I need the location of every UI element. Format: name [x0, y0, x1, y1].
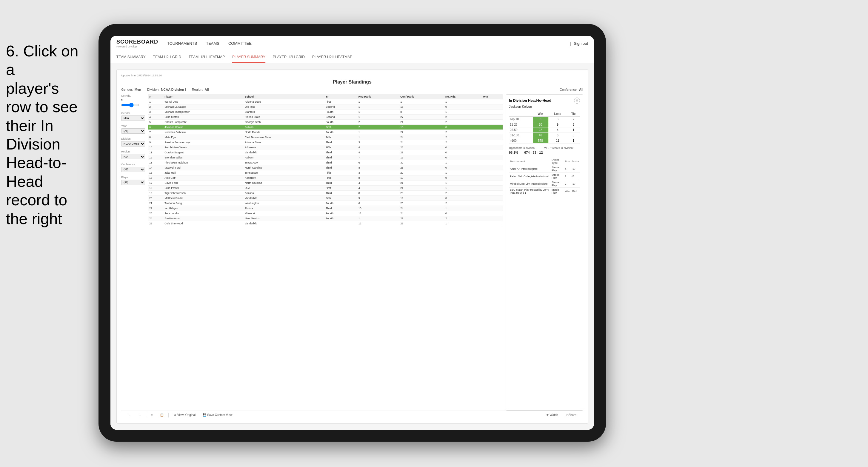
- cell-num: 2: [148, 104, 163, 110]
- table-row[interactable]: 7 Nicholas Gabriele North Florida Fourth…: [148, 130, 503, 135]
- h2h-col-tie: Tie: [567, 111, 580, 117]
- tournament-row: SEC Match Play Hosted by Jerry Pata Roun…: [509, 188, 580, 195]
- cell-reg: 1: [357, 130, 399, 135]
- cell-num: 4: [148, 115, 163, 120]
- cell-num: 10: [148, 145, 163, 150]
- cell-num: 12: [148, 155, 163, 160]
- sign-out-link[interactable]: Sign out: [574, 40, 588, 47]
- cell-conf: 24: [399, 140, 444, 145]
- dashboard-card: Update time: 27/03/2024 16:56:26 Player …: [116, 69, 588, 424]
- tab-player-summary[interactable]: PLAYER SUMMARY: [232, 52, 266, 63]
- tab-team-h2h-heatmap[interactable]: TEAM H2H HEATMAP: [189, 52, 225, 63]
- col-win: Win: [482, 94, 503, 99]
- cell-conf: 25: [399, 145, 444, 150]
- sidebar-conference-select[interactable]: (All): [121, 167, 145, 172]
- table-row[interactable]: 18 Luke Powell ULA First 4 24 1: [148, 186, 503, 191]
- cell-num: 17: [148, 181, 163, 186]
- table-row[interactable]: 20 Matthew Riedel Vanderbilt Fifth 9 19 …: [148, 196, 503, 201]
- save-custom-view-button[interactable]: 💾 Save Custom View: [200, 412, 235, 417]
- logo-scoreboard: SCOREBOARD: [116, 39, 158, 45]
- tab-team-h2h-grid[interactable]: TEAM H2H GRID: [153, 52, 181, 63]
- logo-powered: Powered by clippi: [116, 45, 158, 48]
- paste-button[interactable]: 📋: [158, 412, 166, 417]
- cell-yr: Fourth: [324, 211, 357, 216]
- table-row[interactable]: 12 Brendan Valles Auburn Third 7 17 0: [148, 155, 503, 160]
- table-row[interactable]: 6 Jackson Koivun Auburn First 2 15 0: [148, 125, 503, 130]
- table-row[interactable]: 23 Jack Lundin Missouri Fourth 11 24 0: [148, 211, 503, 216]
- cell-player: Tiger Christensen: [163, 191, 244, 196]
- cell-yr: Third: [324, 160, 357, 165]
- cell-school: Tennessee: [244, 170, 324, 176]
- cell-num: 9: [148, 140, 163, 145]
- cell-win: [482, 145, 503, 150]
- nav-committee[interactable]: COMMITTEE: [228, 40, 252, 47]
- table-row[interactable]: 2 Michael La Sasso Ole Miss Second 1 18 …: [148, 104, 503, 110]
- h2h-row-label: 51-100: [509, 133, 533, 138]
- rounds-slider[interactable]: [121, 103, 139, 107]
- view-original-button[interactable]: 🖥 View: Original: [171, 412, 198, 417]
- sidebar-year-select[interactable]: (All): [121, 128, 145, 134]
- cell-win: [482, 160, 503, 165]
- nav-teams[interactable]: TEAMS: [206, 40, 219, 47]
- table-row[interactable]: 25 Cole Sherwood Vanderbilt 12 23 1: [148, 221, 503, 226]
- tab-player-h2h-grid[interactable]: PLAYER H2H GRID: [273, 52, 305, 63]
- sidebar-division-select[interactable]: NCAA Division I: [121, 141, 145, 147]
- watch-button[interactable]: 👁 Watch: [544, 412, 561, 417]
- cell-school: North Carolina: [244, 181, 324, 186]
- cell-yr: Third: [324, 181, 357, 186]
- table-row[interactable]: 3 Michael Thorbjornsen Stanford Fourth 1…: [148, 110, 503, 115]
- undo-button[interactable]: ←: [126, 412, 133, 417]
- cell-yr: Fifth: [324, 170, 357, 176]
- cell-reg: 1: [357, 99, 399, 104]
- col-no-rds: No. Rds.: [444, 94, 482, 99]
- table-row[interactable]: 5 Christo Lamprecht Georgia Tech Fourth …: [148, 120, 503, 125]
- table-row[interactable]: 10 Jacob Mau Olesen Arkansas Fifth 4 25 …: [148, 145, 503, 150]
- cell-school: ULA: [244, 186, 324, 191]
- content-body: No Rds. 6 Gender Men Year: [121, 94, 583, 411]
- table-row[interactable]: 14 Maxwell Ford North Carolina Third 8 2…: [148, 165, 503, 170]
- sidebar-player-select[interactable]: (All): [121, 180, 145, 185]
- tourn-score: -17: [571, 180, 580, 188]
- cell-conf: 23: [399, 191, 444, 196]
- h2h-row-tie: 2: [567, 117, 580, 122]
- table-row[interactable]: 15 Jake Hall Tennessee Fifth 3 29 1: [148, 170, 503, 176]
- tournament-row: Amer Ari Intercollegiate Stroke Play 4 -…: [509, 165, 580, 173]
- table-row[interactable]: 1 Wenyi Ding Arizona State First 1 1 1: [148, 99, 503, 104]
- cell-num: 3: [148, 110, 163, 115]
- update-time-value: 27/03/2024 16:56:26: [137, 74, 162, 77]
- cell-yr: Third: [324, 191, 357, 196]
- cell-num: 11: [148, 150, 163, 155]
- h2h-title: In Division Head-to-Head ×: [509, 98, 580, 103]
- table-row[interactable]: 17 David Ford North Carolina Third 4 21 …: [148, 181, 503, 186]
- table-row[interactable]: 22 Ian Gilligan Florida Third 10 24 1: [148, 206, 503, 211]
- table-row[interactable]: 19 Tiger Christensen Arizona Third 8 23 …: [148, 191, 503, 196]
- table-row[interactable]: 13 Phichaksn Maichon Texas A&M Third 6 3…: [148, 160, 503, 165]
- col-reg-rank: Reg Rank: [357, 94, 399, 99]
- tourn-pos: 2: [564, 180, 571, 188]
- sidebar-gender-select[interactable]: Men: [121, 116, 145, 121]
- cell-reg: 11: [357, 211, 399, 216]
- table-row[interactable]: 11 Gordon Sargent Vanderbilt Third 4 21 …: [148, 150, 503, 155]
- nav-tournaments[interactable]: TOURNAMENTS: [167, 40, 197, 47]
- gender-value: Men: [135, 88, 141, 91]
- cell-rds: 2: [444, 140, 482, 145]
- table-row[interactable]: 4 Luke Claton Florida State Second 1 27 …: [148, 115, 503, 120]
- h2h-close-button[interactable]: ×: [574, 98, 580, 103]
- copy-button[interactable]: ⎘: [149, 412, 155, 417]
- cell-num: 25: [148, 221, 163, 226]
- cell-rds: 2: [444, 216, 482, 221]
- tab-player-h2h-heatmap[interactable]: PLAYER H2H HEATMAP: [312, 52, 352, 63]
- filters-row: Gender: Men Division: NCAA Division I Re…: [121, 88, 583, 91]
- sidebar-region-select[interactable]: N/A: [121, 154, 145, 159]
- cell-reg: 8: [357, 176, 399, 181]
- table-row[interactable]: 16 Alex Goff Kentucky Fifth 8 19 0: [148, 176, 503, 181]
- table-row[interactable]: 24 Bastien Amat New Mexico Fourth 1 27 2: [148, 216, 503, 221]
- tab-team-summary[interactable]: TEAM SUMMARY: [116, 52, 146, 63]
- table-row[interactable]: 21 Taehoon Song Washington Fourth 6 23 2: [148, 201, 503, 206]
- table-row[interactable]: 9 Preston Summerhays Arizona State Third…: [148, 140, 503, 145]
- table-row[interactable]: 8 Mats Ege East Tennessee State Fifth 1 …: [148, 135, 503, 140]
- cell-player: Bastien Amat: [163, 216, 244, 221]
- redo-button[interactable]: →: [136, 412, 144, 417]
- cell-school: Florida: [244, 206, 324, 211]
- share-button[interactable]: ↗ Share: [563, 412, 579, 417]
